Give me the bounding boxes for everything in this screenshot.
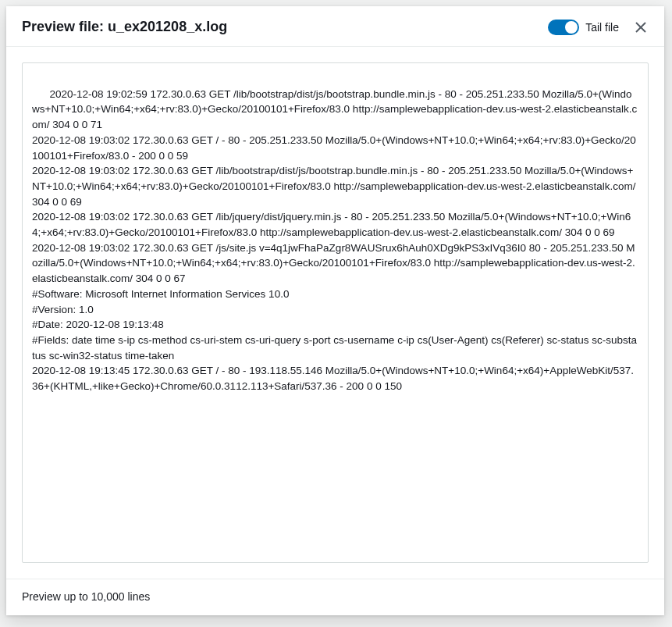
close-icon	[635, 22, 646, 33]
log-content-box[interactable]: 2020-12-08 19:02:59 172.30.0.63 GET /lib…	[22, 62, 649, 563]
tail-file-toggle[interactable]	[548, 20, 579, 35]
toggle-knob	[565, 21, 578, 34]
modal-body: 2020-12-08 19:02:59 172.30.0.63 GET /lib…	[6, 47, 664, 579]
modal-title: Preview file: u_ex201208_x.log	[22, 19, 548, 35]
tail-file-label: Tail file	[585, 21, 619, 34]
log-content: 2020-12-08 19:02:59 172.30.0.63 GET /lib…	[32, 88, 638, 392]
resize-handle[interactable]	[637, 551, 646, 561]
tail-file-toggle-container: Tail file	[548, 20, 619, 35]
preview-file-modal: Preview file: u_ex201208_x.log Tail file…	[6, 6, 664, 615]
modal-footer: Preview up to 10,000 lines	[6, 579, 664, 615]
modal-header: Preview file: u_ex201208_x.log Tail file	[6, 6, 664, 47]
close-button[interactable]	[633, 20, 649, 35]
footer-text: Preview up to 10,000 lines	[22, 590, 150, 603]
